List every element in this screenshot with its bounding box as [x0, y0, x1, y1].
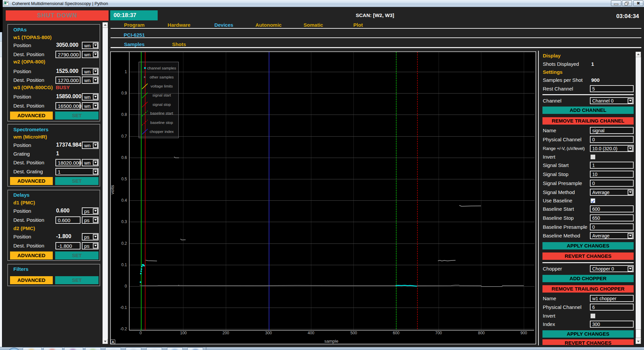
svg-text:0.9: 0.9: [121, 91, 127, 96]
svg-text:0.2: 0.2: [121, 241, 127, 246]
svg-text:500: 500: [350, 331, 357, 335]
svg-text:600: 600: [393, 331, 399, 335]
svg-text:channel samples: channel samples: [147, 66, 176, 70]
svg-text:200: 200: [222, 331, 229, 335]
svg-text:0.4: 0.4: [121, 198, 127, 203]
svg-text:0: 0: [125, 284, 127, 289]
svg-text:A: A: [112, 340, 114, 344]
svg-text:signal start: signal start: [152, 93, 171, 97]
svg-text:0: 0: [140, 331, 142, 335]
svg-text:voltage limits: voltage limits: [151, 84, 173, 88]
svg-text:volts: volts: [110, 185, 115, 194]
svg-text:-0.2: -0.2: [120, 327, 127, 331]
svg-text:0.5: 0.5: [121, 177, 127, 181]
svg-text:signal stop: signal stop: [153, 103, 171, 107]
svg-text:0.7: 0.7: [121, 134, 127, 139]
svg-text:-0.1: -0.1: [120, 305, 127, 310]
svg-text:0.6: 0.6: [121, 155, 127, 160]
svg-text:baseline stop: baseline stop: [150, 121, 173, 125]
svg-text:baseline start: baseline start: [150, 111, 173, 115]
svg-text:sample: sample: [324, 339, 338, 344]
svg-text:400: 400: [308, 331, 314, 335]
svg-text:other samples: other samples: [150, 75, 174, 79]
svg-text:100: 100: [180, 331, 187, 335]
svg-text:300: 300: [265, 331, 272, 335]
svg-text:0.8: 0.8: [121, 112, 127, 117]
svg-text:900: 900: [520, 331, 527, 335]
svg-text:700: 700: [435, 331, 442, 335]
svg-text:800: 800: [478, 331, 485, 335]
svg-text:0.1: 0.1: [121, 262, 127, 267]
svg-text:1: 1: [125, 69, 127, 74]
svg-text:0.3: 0.3: [121, 219, 127, 224]
svg-text:chopper index: chopper index: [150, 130, 174, 134]
